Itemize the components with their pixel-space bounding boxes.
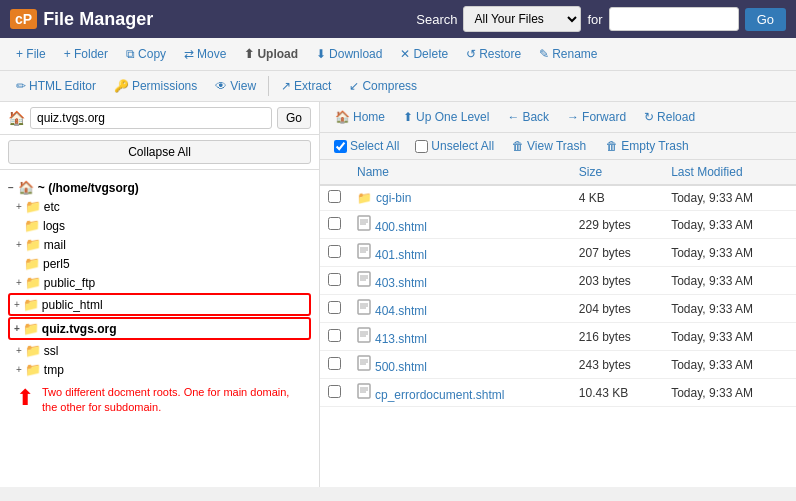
permissions-button[interactable]: 🔑 Permissions <box>106 75 205 97</box>
right-panel: 🏠 Home ⬆ Up One Level ← Back → Forward ↻… <box>320 102 796 487</box>
unselect-all-checkbox[interactable] <box>415 140 428 153</box>
svg-rect-12 <box>358 300 370 314</box>
file-name[interactable]: 403.shtml <box>375 276 427 290</box>
empty-trash-button[interactable]: 🗑 Empty Trash <box>598 137 696 155</box>
up-one-level-button[interactable]: ⬆ Up One Level <box>396 107 496 127</box>
back-button[interactable]: ← Back <box>500 107 556 127</box>
search-input[interactable] <box>609 7 739 31</box>
file-size: 229 bytes <box>571 211 663 239</box>
quiz-label: quiz.tvgs.org <box>42 322 117 336</box>
tree-item-tmp[interactable]: + 📁 tmp <box>16 360 311 379</box>
left-panel: 🏠 Go Collapse All − 🏠 ~ (/home/tvgsorg) … <box>0 102 320 487</box>
table-row[interactable]: 404.shtml204 bytesToday, 9:33 AM <box>320 295 796 323</box>
view-icon: 👁 <box>215 79 227 93</box>
tree-item-public-html[interactable]: + 📁 public_html <box>8 293 311 316</box>
new-file-button[interactable]: + File <box>8 43 54 65</box>
home-nav-button[interactable]: 🏠 Home <box>328 107 392 127</box>
upload-button[interactable]: ⬆ Upload <box>236 43 306 65</box>
ssl-toggle[interactable]: + <box>16 345 22 356</box>
trash-empty-icon: 🗑 <box>606 139 618 153</box>
col-size[interactable]: Size <box>571 160 663 185</box>
file-modified: Today, 9:33 AM <box>663 185 796 211</box>
row-checkbox[interactable] <box>328 385 341 398</box>
toolbar-row2: ✏ HTML Editor 🔑 Permissions 👁 View ↗ Ext… <box>0 71 796 102</box>
html-editor-button[interactable]: ✏ HTML Editor <box>8 75 104 97</box>
unselect-all-button[interactable]: Unselect All <box>409 137 500 155</box>
table-row[interactable]: 500.shtml243 bytesToday, 9:33 AM <box>320 351 796 379</box>
html-editor-icon: ✏ <box>16 79 26 93</box>
file-name[interactable]: 400.shtml <box>375 220 427 234</box>
download-button[interactable]: ⬇ Download <box>308 43 390 65</box>
restore-button[interactable]: ↺ Restore <box>458 43 529 65</box>
row-checkbox[interactable] <box>328 273 341 286</box>
tmp-toggle[interactable]: + <box>16 364 22 375</box>
reload-button[interactable]: ↻ Reload <box>637 107 702 127</box>
quiz-toggle[interactable]: + <box>14 323 20 334</box>
table-row[interactable]: 📁cgi-bin4 KBToday, 9:33 AM <box>320 185 796 211</box>
search-go-button[interactable]: Go <box>745 8 786 31</box>
file-modified: Today, 9:33 AM <box>663 239 796 267</box>
tree-item-mail[interactable]: + 📁 mail <box>16 235 311 254</box>
col-modified[interactable]: Last Modified <box>663 160 796 185</box>
tree-item-ssl[interactable]: + 📁 ssl <box>16 341 311 360</box>
ftp-toggle[interactable]: + <box>16 277 22 288</box>
doc-icon <box>357 389 371 401</box>
rename-button[interactable]: ✎ Rename <box>531 43 605 65</box>
file-name[interactable]: 500.shtml <box>375 360 427 374</box>
tree-item-perl5[interactable]: 📁 perl5 <box>24 254 311 273</box>
compress-button[interactable]: ↙ Compress <box>341 75 425 97</box>
mail-label: mail <box>44 238 66 252</box>
file-name[interactable]: 404.shtml <box>375 304 427 318</box>
table-row[interactable]: 403.shtml203 bytesToday, 9:33 AM <box>320 267 796 295</box>
row-checkbox[interactable] <box>328 329 341 342</box>
path-input[interactable] <box>30 107 272 129</box>
file-name[interactable]: cgi-bin <box>376 191 411 205</box>
select-all-checkbox[interactable] <box>334 140 347 153</box>
file-modified: Today, 9:33 AM <box>663 323 796 351</box>
etc-toggle[interactable]: + <box>16 201 22 212</box>
header: cP File Manager Search All Your FilesPub… <box>0 0 796 38</box>
col-name[interactable]: Name <box>349 160 571 185</box>
html-label: public_html <box>42 298 103 312</box>
table-row[interactable]: 413.shtml216 bytesToday, 9:33 AM <box>320 323 796 351</box>
row-checkbox[interactable] <box>328 217 341 230</box>
row-checkbox[interactable] <box>328 357 341 370</box>
view-trash-button[interactable]: 🗑 View Trash <box>504 137 594 155</box>
right-nav-toolbar: 🏠 Home ⬆ Up One Level ← Back → Forward ↻… <box>320 102 796 133</box>
delete-button[interactable]: ✕ Delete <box>392 43 456 65</box>
row-checkbox[interactable] <box>328 190 341 203</box>
file-size: 203 bytes <box>571 267 663 295</box>
tree-root[interactable]: − 🏠 ~ (/home/tvgsorg) <box>8 178 311 197</box>
tree-item-quiz[interactable]: + 📁 quiz.tvgs.org <box>8 317 311 340</box>
copy-button[interactable]: ⧉ Copy <box>118 43 174 65</box>
file-name[interactable]: 401.shtml <box>375 248 427 262</box>
tree-item-etc[interactable]: + 📁 etc <box>16 197 311 216</box>
view-button[interactable]: 👁 View <box>207 75 264 97</box>
search-label: Search <box>416 12 457 27</box>
html-toggle[interactable]: + <box>14 299 20 310</box>
extract-button[interactable]: ↗ Extract <box>273 75 339 97</box>
row-checkbox[interactable] <box>328 245 341 258</box>
path-go-button[interactable]: Go <box>277 107 311 129</box>
table-row[interactable]: 400.shtml229 bytesToday, 9:33 AM <box>320 211 796 239</box>
select-all-button[interactable]: Select All <box>328 137 405 155</box>
search-scope-select[interactable]: All Your FilesPublic HTMLHome Directory <box>463 6 581 32</box>
reload-icon: ↻ <box>644 110 654 124</box>
file-name[interactable]: cp_errordocument.shtml <box>375 388 504 402</box>
move-button[interactable]: ⇄ Move <box>176 43 234 65</box>
file-name[interactable]: 413.shtml <box>375 332 427 346</box>
tree-item-logs[interactable]: 📁 logs <box>24 216 311 235</box>
mail-folder-icon: 📁 <box>25 237 41 252</box>
mail-toggle[interactable]: + <box>16 239 22 250</box>
row-checkbox[interactable] <box>328 301 341 314</box>
file-modified: Today, 9:33 AM <box>663 351 796 379</box>
file-size: 10.43 KB <box>571 379 663 407</box>
table-row[interactable]: cp_errordocument.shtml10.43 KBToday, 9:3… <box>320 379 796 407</box>
collapse-all-button[interactable]: Collapse All <box>8 140 311 164</box>
root-label: ~ (/home/tvgsorg) <box>38 181 139 195</box>
root-toggle[interactable]: − <box>8 182 14 193</box>
forward-button[interactable]: → Forward <box>560 107 633 127</box>
new-folder-button[interactable]: + Folder <box>56 43 116 65</box>
tree-item-public-ftp[interactable]: + 📁 public_ftp <box>16 273 311 292</box>
table-row[interactable]: 401.shtml207 bytesToday, 9:33 AM <box>320 239 796 267</box>
